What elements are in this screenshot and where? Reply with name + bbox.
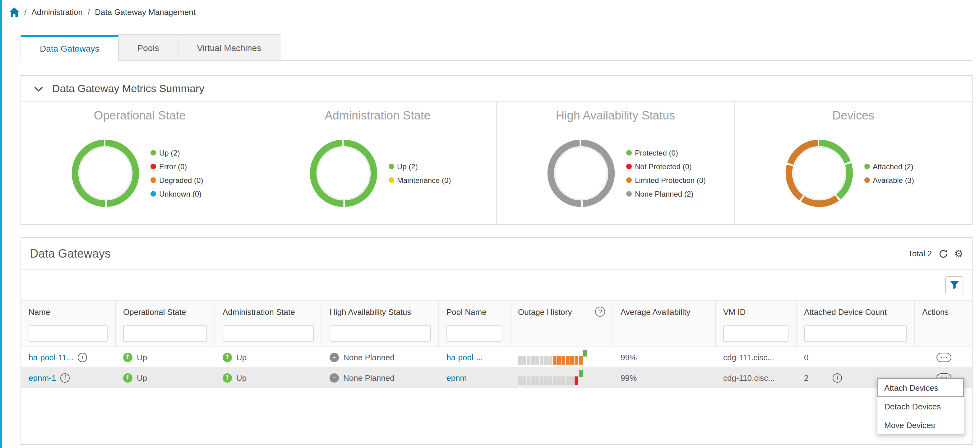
table-header-row: NameOperational StateAdministration Stat… [21,300,972,323]
column-header-operational-state[interactable]: Operational State [116,301,215,323]
filter-cell-name [21,323,116,347]
column-header-administration-state[interactable]: Administration State [215,301,322,323]
legend-label: Maintenance (0) [397,176,451,185]
tab-virtual-machines[interactable]: Virtual Machines [178,34,281,61]
filter-cell-operational-state [116,323,215,347]
cell-attached-device-count: 0 [797,347,915,367]
data-gateways-table: NameOperational StateAdministration Stat… [21,300,972,388]
donut-chart [545,137,617,209]
column-label: Actions [922,307,948,316]
breadcrumb-current-page[interactable]: Data Gateway Management [95,7,196,16]
filter-input-high-availability-status[interactable] [329,325,431,341]
column-header-attached-device-count[interactable]: Attached Device Count [797,301,915,323]
outage-bar [566,356,570,365]
legend: Protected (0)Not Protected (0)Limited Pr… [626,148,706,198]
filter-funnel-icon [949,280,959,290]
column-label: Name [29,307,50,316]
column-header-average-availability[interactable]: Average Availability [613,301,716,323]
outage-recent-tick [583,350,587,357]
cell-administration-state: ↑Up [215,347,322,367]
help-icon[interactable]: ? [595,307,605,317]
filter-input-operational-state[interactable] [123,325,207,341]
refresh-icon[interactable] [938,249,948,258]
menu-item-move-devices[interactable]: Move Devices [877,416,964,434]
settings-gear-icon[interactable]: ⚙ [954,249,963,258]
legend-dot [151,150,156,156]
status-up-icon: ↑ [123,373,132,383]
filter-button[interactable] [945,276,963,294]
vm-id-text: cdg-111.cisc... [723,352,774,362]
legend: Attached (2)Available (3) [864,162,914,185]
ha-status-text: None Planned [343,352,395,362]
table-tools: Total 2 ⚙ [908,249,963,258]
cell-actions: ⋯ [915,347,973,367]
tabs: Data GatewaysPoolsVirtual Machines [21,34,972,61]
pool-name-link[interactable]: epnm [447,373,467,383]
filter-input-administration-state[interactable] [223,325,314,341]
legend-dot [626,150,632,156]
menu-item-detach-devices[interactable]: Detach Devices [877,397,964,416]
collapse-chevron-icon[interactable] [32,83,45,95]
outage-bar [557,356,561,365]
metric-card-body: Attached (2)Available (3) [735,123,972,224]
outage-bar [544,356,548,365]
legend-label: Error (0) [159,162,187,171]
column-header-high-availability-status[interactable]: High Availability Status [322,301,439,323]
donut-chart [307,137,379,209]
cell-name: epnm-1i [21,368,116,387]
outage-recent-tick [579,370,583,377]
metric-cards: Operational StateUp (2)Error (0)Degraded… [21,102,972,224]
gateway-info-icon[interactable]: i [60,373,70,383]
column-header-vm-id[interactable]: VM ID [716,301,797,323]
legend-item: Protected (0) [626,148,706,157]
legend-item: Unknown (0) [151,190,203,198]
legend: Up (2)Maintenance (0) [388,162,451,185]
legend-label: Up (2) [159,148,180,157]
cell-outage-history [511,368,613,387]
column-label: VM ID [723,307,746,316]
operational-state-text: Up [137,373,147,383]
column-header-pool-name[interactable]: Pool Name [439,301,511,323]
breadcrumb-separator: / [24,7,26,16]
status-none-planned-icon: – [329,373,339,383]
home-icon[interactable] [10,7,19,16]
gateway-name-link[interactable]: ha-pool-11... [29,352,73,362]
table-row: ha-pool-11...i↑Up↑Up–None Plannedha-pool… [21,347,972,368]
outage-bar [531,376,535,385]
breadcrumb-administration[interactable]: Administration [32,7,83,16]
outage-bar [535,356,539,365]
attached-devices-info-icon[interactable]: i [833,373,842,383]
row-actions-button[interactable]: ⋯ [937,352,951,362]
column-label: Operational State [123,307,186,316]
filter-input-attached-device-count[interactable] [804,325,907,341]
tab-pools[interactable]: Pools [118,34,178,61]
cell-pool-name: epnm [439,368,511,387]
cell-name: ha-pool-11...i [21,347,116,367]
status-up-icon: ↑ [223,352,232,362]
outage-bar [540,356,544,365]
filter-input-vm-id[interactable] [723,325,789,341]
legend-label: Attached (2) [873,162,913,171]
outage-bar [544,376,548,385]
filter-input-pool-name[interactable] [447,325,503,341]
column-header-actions[interactable]: Actions [915,301,973,323]
outage-bar [522,356,526,365]
filter-input-name[interactable] [29,325,108,341]
column-header-outage-history[interactable]: Outage History? [511,301,613,323]
outage-bar [522,376,526,385]
menu-item-attach-devices[interactable]: Attach Devices [877,378,964,397]
donut-chart [70,137,141,209]
column-header-name[interactable]: Name [21,301,116,323]
gateway-name-link[interactable]: epnm-1 [29,373,56,383]
pool-name-link[interactable]: ha-pool-... [447,352,483,362]
cell-administration-state: ↑Up [215,368,322,387]
donut-chart [783,137,855,209]
legend-dot [626,191,632,197]
attached-device-count-text: 2 [804,373,808,383]
breadcrumb: / Administration / Data Gateway Manageme… [0,0,980,24]
gateway-info-icon[interactable]: i [78,352,87,362]
filter-cell-outage-history [511,323,613,347]
tab-data-gateways[interactable]: Data Gateways [21,35,118,61]
outage-bar [570,356,574,365]
ha-status-text: None Planned [343,373,395,383]
